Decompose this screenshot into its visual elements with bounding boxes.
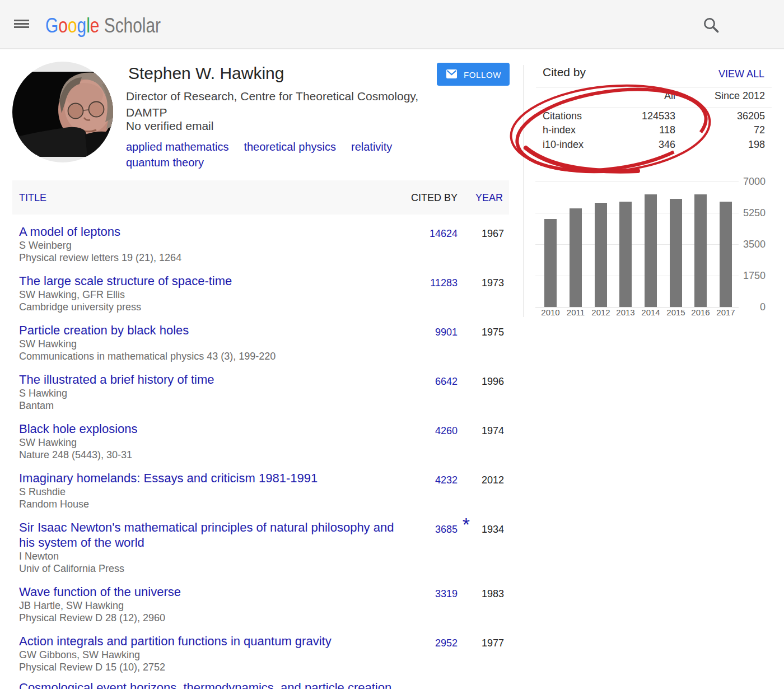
- svg-text:2012: 2012: [591, 308, 610, 317]
- svg-text:5250: 5250: [743, 207, 766, 218]
- svg-text:2011: 2011: [567, 308, 585, 317]
- svg-text:2014: 2014: [641, 308, 660, 317]
- svg-text:7000: 7000: [743, 176, 766, 187]
- svg-text:2015: 2015: [666, 308, 685, 317]
- svg-text:2017: 2017: [716, 308, 735, 317]
- svg-text:2016: 2016: [691, 308, 710, 317]
- svg-text:1750: 1750: [743, 270, 766, 281]
- svg-text:2010: 2010: [541, 308, 559, 317]
- svg-text:3500: 3500: [743, 239, 766, 250]
- svg-text:2013: 2013: [616, 308, 634, 317]
- svg-text:0: 0: [760, 301, 766, 313]
